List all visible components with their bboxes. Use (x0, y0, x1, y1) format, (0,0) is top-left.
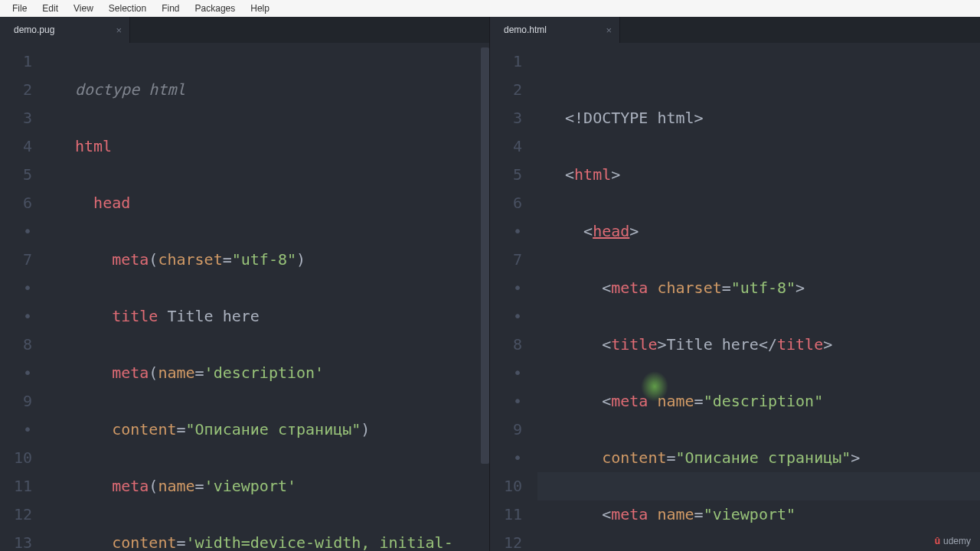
menu-find[interactable]: Find (154, 1, 187, 16)
editor-pane-right: 123456789101112 <!DOCTYPE html> <html> <… (490, 43, 980, 551)
menu-packages[interactable]: Packages (188, 1, 243, 16)
tab-label: demo.pug (14, 24, 54, 35)
tabbar-row: demo.pug × demo.html × (0, 17, 980, 43)
close-icon[interactable]: × (116, 24, 122, 36)
tabbar-left: demo.pug × (0, 17, 490, 43)
code-editor-pug[interactable]: 12345678910111213 doctype html html head… (0, 43, 489, 551)
code-editor-html[interactable]: 123456789101112 <!DOCTYPE html> <html> <… (490, 43, 980, 551)
menu-selection[interactable]: Selection (101, 1, 154, 16)
gutter-left: 12345678910111213 (0, 43, 47, 551)
close-icon[interactable]: × (606, 24, 612, 36)
menubar: File Edit View Selection Find Packages H… (0, 0, 980, 17)
menu-file[interactable]: File (5, 1, 34, 16)
tab-demo-html[interactable]: demo.html × (490, 17, 620, 43)
tab-label: demo.html (504, 24, 547, 35)
menu-edit[interactable]: Edit (34, 1, 66, 16)
editors: 12345678910111213 doctype html html head… (0, 43, 980, 551)
tabbar-right: demo.html × (490, 17, 980, 43)
code-lines-left: doctype html html head meta(charset="utf… (47, 43, 489, 551)
menu-help[interactable]: Help (243, 1, 277, 16)
scrollbar-vertical[interactable] (481, 47, 489, 464)
tab-demo-pug[interactable]: demo.pug × (0, 17, 130, 43)
gutter-right: 123456789101112 (490, 43, 537, 551)
code-lines-right: <!DOCTYPE html> <html> <head> <meta char… (537, 43, 980, 551)
udemy-watermark: udemy (935, 536, 971, 546)
menu-view[interactable]: View (66, 1, 101, 16)
editor-pane-left: 12345678910111213 doctype html html head… (0, 43, 490, 551)
